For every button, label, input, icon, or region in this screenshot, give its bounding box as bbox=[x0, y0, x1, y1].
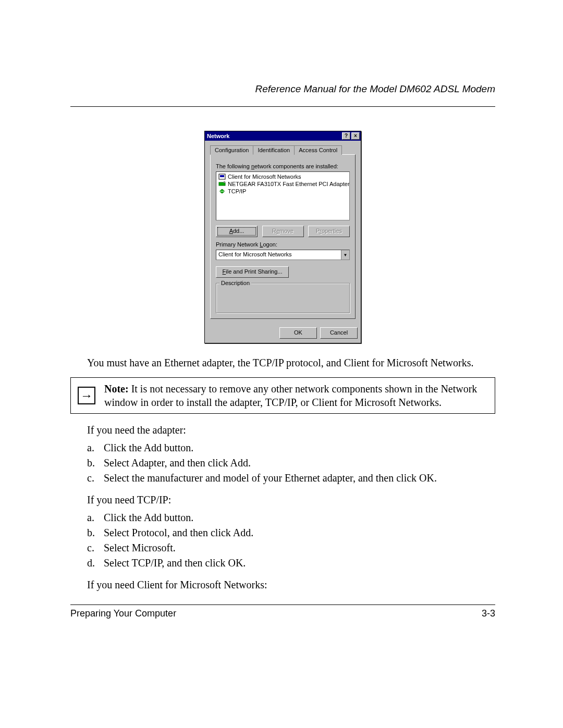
marker: b. bbox=[87, 457, 96, 469]
step-text: Click the Add button. bbox=[104, 512, 193, 524]
marker: c. bbox=[87, 472, 96, 484]
components-label: The following network components are ins… bbox=[216, 163, 350, 169]
file-print-sharing-button[interactable]: File and Print Sharing... bbox=[216, 266, 289, 278]
list-item[interactable]: NETGEAR FA310TX Fast Ethernet PCI Adapte… bbox=[217, 180, 348, 188]
svg-rect-3 bbox=[224, 181, 225, 183]
step-text: Select Adapter, and then click Add. bbox=[104, 457, 251, 469]
list-item-label: Client for Microsoft Networks bbox=[228, 174, 301, 180]
note-box: → Note: It is not necessary to remove an… bbox=[70, 377, 495, 414]
list-item: a.Click the Add button. bbox=[87, 510, 495, 525]
header-rule bbox=[70, 106, 495, 107]
help-button[interactable]: ? bbox=[342, 132, 350, 140]
paragraph: If you need the adapter: bbox=[87, 423, 495, 437]
tab-bar: Configuration Identification Access Cont… bbox=[210, 145, 356, 155]
marker: a. bbox=[87, 512, 96, 524]
footer-page-number: 3-3 bbox=[482, 608, 495, 619]
tab-panel-configuration: The following network components are ins… bbox=[210, 154, 356, 319]
tab-configuration[interactable]: Configuration bbox=[210, 145, 253, 155]
note-text: Note: It is not necessary to remove any … bbox=[104, 382, 489, 409]
step-text: Select Protocol, and then click Add. bbox=[104, 527, 253, 539]
dialog-title: Network bbox=[207, 132, 229, 140]
step-text: Select the manufacturer and model of you… bbox=[104, 472, 437, 484]
step-text: Click the Add button. bbox=[104, 442, 193, 454]
list-button-row: Add... Remove Properties bbox=[216, 226, 350, 237]
paragraph: If you need Client for Microsoft Network… bbox=[87, 578, 495, 592]
page-footer: Preparing Your Computer 3-3 bbox=[70, 604, 495, 619]
marker: a. bbox=[87, 442, 96, 454]
primary-logon-combo[interactable]: Client for Microsoft Networks ▼ bbox=[216, 250, 350, 260]
step-text: Select TCP/IP, and then click OK. bbox=[104, 557, 246, 569]
footer-section: Preparing Your Computer bbox=[70, 608, 176, 619]
tab-label: Identification bbox=[258, 147, 290, 153]
titlebar-buttons: ? × bbox=[342, 132, 360, 140]
tcpip-steps: a.Click the Add button. b.Select Protoco… bbox=[87, 510, 495, 571]
chevron-down-icon[interactable]: ▼ bbox=[341, 250, 349, 260]
paragraph: If you need TCP/IP: bbox=[87, 493, 495, 507]
list-item: d.Select TCP/IP, and then click OK. bbox=[87, 556, 495, 571]
list-item[interactable]: TCP/IP bbox=[217, 188, 348, 195]
list-item[interactable]: Client for Microsoft Networks bbox=[217, 173, 348, 180]
titlebar: Network ? × bbox=[205, 131, 361, 141]
cancel-button[interactable]: Cancel bbox=[320, 327, 358, 339]
marker: d. bbox=[87, 557, 96, 569]
list-item-label: TCP/IP bbox=[228, 188, 246, 194]
dialog-body: Configuration Identification Access Cont… bbox=[205, 141, 361, 324]
adapter-steps: a.Click the Add button. b.Select Adapter… bbox=[87, 440, 495, 486]
tab-identification[interactable]: Identification bbox=[253, 145, 295, 155]
close-button[interactable]: × bbox=[351, 132, 360, 140]
note-body: It is not necessary to remove any other … bbox=[104, 383, 477, 408]
note-label: Note: bbox=[104, 383, 129, 394]
list-item: a.Click the Add button. bbox=[87, 440, 495, 455]
primary-logon-label: Primary Network Logon: bbox=[216, 241, 350, 248]
properties-button: Properties bbox=[308, 226, 350, 237]
list-item: c.Select the manufacturer and model of y… bbox=[87, 471, 495, 486]
list-item-label: NETGEAR FA310TX Fast Ethernet PCI Adapte… bbox=[228, 181, 350, 187]
arrow-right-icon: → bbox=[78, 387, 95, 404]
tab-label: Access Control bbox=[299, 147, 337, 153]
marker: c. bbox=[87, 542, 96, 554]
tab-access-control[interactable]: Access Control bbox=[294, 145, 342, 155]
adapter-icon bbox=[218, 181, 226, 187]
description-label: Description bbox=[219, 280, 251, 286]
page-header-title: Reference Manual for the Model DM602 ADS… bbox=[70, 83, 495, 98]
components-listbox[interactable]: Client for Microsoft Networks NETGEAR FA… bbox=[216, 171, 350, 220]
remove-button: Remove bbox=[262, 226, 304, 237]
add-button[interactable]: Add... bbox=[216, 226, 258, 237]
marker: b. bbox=[87, 527, 96, 539]
document-page: Reference Manual for the Model DM602 ADS… bbox=[0, 0, 563, 661]
client-icon bbox=[218, 174, 226, 180]
list-item: b.Select Adapter, and then click Add. bbox=[87, 455, 495, 471]
step-text: Select Microsoft. bbox=[104, 542, 176, 554]
paragraph: You must have an Ethernet adapter, the T… bbox=[87, 356, 495, 370]
network-dialog: Network ? × Configuration Identification… bbox=[204, 131, 361, 343]
dialog-figure: Network ? × Configuration Identification… bbox=[70, 131, 495, 343]
protocol-icon bbox=[218, 188, 226, 194]
svg-rect-1 bbox=[220, 175, 224, 177]
list-item: b.Select Protocol, and then click Add. bbox=[87, 525, 495, 540]
combo-value: Client for Microsoft Networks bbox=[216, 250, 341, 260]
description-groupbox: Description bbox=[216, 283, 350, 313]
tab-label: Configuration bbox=[215, 147, 249, 153]
note-icon-wrap: → bbox=[76, 382, 97, 409]
list-item: c.Select Microsoft. bbox=[87, 540, 495, 556]
dialog-footer: OK Cancel bbox=[205, 324, 361, 343]
ok-button[interactable]: OK bbox=[279, 327, 317, 339]
